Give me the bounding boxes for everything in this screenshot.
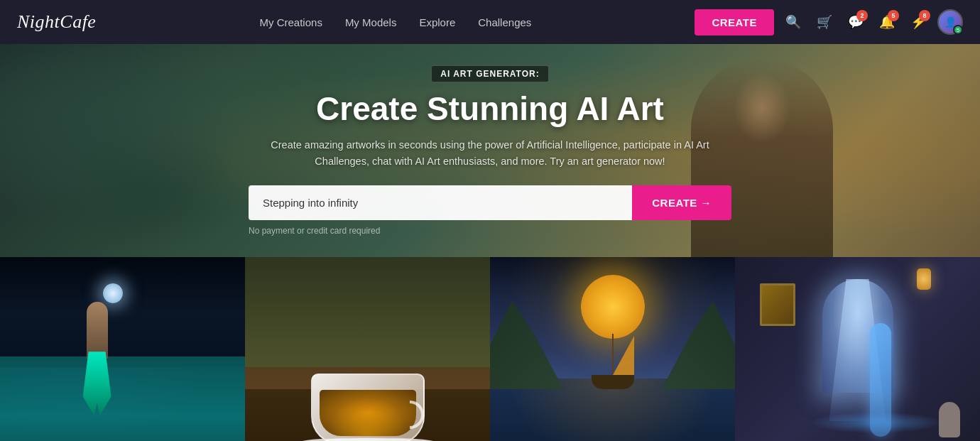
hero-description: Create amazing artworks in seconds using…	[249, 137, 731, 170]
gallery-bg-1	[0, 257, 245, 441]
navbar: NightCafe My Creations My Models Explore…	[0, 0, 980, 44]
alerts-badge: 8	[919, 10, 930, 21]
sail-boat	[592, 332, 634, 389]
sail-sail	[613, 336, 634, 375]
search-icon: 🔍	[785, 14, 801, 30]
gallery-item-4[interactable]: ♡ 5082 💬 450 🖼 2	[735, 257, 980, 441]
tea-cup	[311, 374, 425, 442]
hero-input-row: CREATE →	[249, 185, 731, 220]
hero-tag: AI ART GENERATOR:	[431, 65, 548, 82]
hero-content: AI ART GENERATOR: Create Stunning AI Art…	[234, 65, 746, 236]
shop-button[interactable]: 🛒	[812, 10, 837, 34]
gallery-bg-3	[490, 257, 735, 441]
avatar-online-badge: 5	[953, 25, 963, 35]
hero-section: AI ART GENERATOR: Create Stunning AI Art…	[0, 44, 980, 257]
nav-actions: CREATE 🔍 🛒 💬 2 🔔 5 ⚡ 8 👤 5	[695, 9, 963, 36]
tea-liquid	[320, 390, 416, 436]
tea-scene	[245, 257, 490, 441]
gallery-item-3[interactable]: ♡ 5215 💬 447 🖼 3	[490, 257, 735, 441]
lantern	[917, 268, 931, 290]
gallery-bg-4	[735, 257, 980, 441]
sail-scene	[490, 257, 735, 441]
art-prompt-input[interactable]	[249, 185, 632, 220]
hero-note: No payment or credit card required	[249, 226, 731, 236]
tea-bg-top	[245, 257, 490, 367]
gallery-bg-2	[245, 257, 490, 441]
room-scene	[735, 257, 980, 441]
figure	[939, 402, 960, 437]
mermaid-figure	[69, 302, 126, 415]
gallery-item-2[interactable]: ♡ 5509 💬 373 🖼 4	[245, 257, 490, 441]
hero-create-button[interactable]: CREATE →	[632, 185, 731, 220]
mermaid-tail	[83, 352, 111, 415]
pool	[809, 412, 944, 433]
chat-badge: 2	[856, 10, 868, 21]
mermaid-scene	[0, 257, 245, 441]
chat-button[interactable]: 💬 2	[844, 10, 868, 34]
nav-create-button[interactable]: CREATE	[695, 9, 774, 36]
nav-links: My Creations My Models Explore Challenge…	[260, 16, 532, 28]
hero-title: Create Stunning AI Art	[249, 91, 731, 127]
search-button[interactable]: 🔍	[781, 10, 805, 34]
nav-my-models[interactable]: My Models	[345, 16, 397, 28]
wall-painting	[760, 283, 795, 326]
tea-glow	[320, 390, 416, 436]
nav-my-creations[interactable]: My Creations	[260, 16, 322, 28]
logo[interactable]: NightCafe	[17, 11, 96, 33]
mermaid-body	[87, 302, 108, 359]
alerts-button[interactable]: ⚡ 8	[906, 10, 930, 34]
nav-explore[interactable]: Explore	[419, 16, 455, 28]
mermaid-moon	[103, 283, 123, 303]
user-avatar[interactable]: 👤 5	[937, 9, 963, 35]
gallery-section: ♡ 5762 💬 335	[0, 257, 980, 441]
notifications-badge: 5	[888, 10, 899, 21]
notifications-button[interactable]: 🔔 5	[875, 10, 899, 34]
shop-icon: 🛒	[817, 14, 832, 30]
sail-hull	[592, 375, 634, 389]
gallery-item-1[interactable]: ♡ 5762 💬 335	[0, 257, 245, 441]
nav-challenges[interactable]: Challenges	[478, 16, 531, 28]
